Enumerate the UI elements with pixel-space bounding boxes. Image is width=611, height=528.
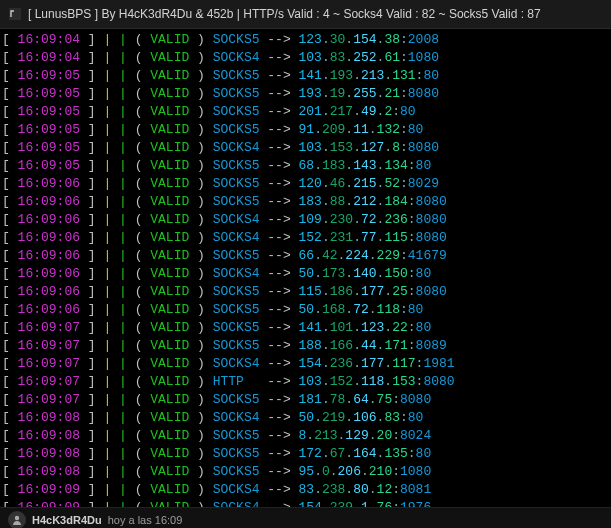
valid-badge: VALID [150, 446, 189, 461]
protocol: SOCKS5 [213, 428, 260, 443]
valid-badge: VALID [150, 266, 189, 281]
timestamp: 16:09:08 [18, 428, 80, 443]
port: 1981 [423, 356, 454, 371]
svg-point-1 [15, 516, 19, 520]
log-line: [ 16:09:05 ] | | ( VALID ) SOCKS4 --> 10… [2, 139, 611, 157]
status-bar: H4cK3dR4Du hoy a las 16:09 [0, 507, 611, 528]
port: 80 [408, 122, 424, 137]
port: 8080 [423, 374, 454, 389]
timestamp: 16:09:04 [18, 32, 80, 47]
port: 8029 [408, 176, 439, 191]
valid-badge: VALID [150, 284, 189, 299]
valid-badge: VALID [150, 50, 189, 65]
protocol: SOCKS5 [213, 176, 260, 191]
timestamp: 16:09:06 [18, 176, 80, 191]
log-line: [ 16:09:04 ] | | ( VALID ) SOCKS5 --> 12… [2, 31, 611, 49]
timestamp: 16:09:07 [18, 338, 80, 353]
valid-badge: VALID [150, 104, 189, 119]
valid-badge: VALID [150, 194, 189, 209]
timestamp: 16:09:05 [18, 158, 80, 173]
timestamp: 16:09:05 [18, 68, 80, 83]
timestamp: 16:09:06 [18, 194, 80, 209]
log-line: [ 16:09:09 ] | | ( VALID ) SOCKS4 --> 83… [2, 481, 611, 499]
log-line: [ 16:09:06 ] | | ( VALID ) SOCKS4 --> 10… [2, 211, 611, 229]
status-name: H4cK3dR4Du [32, 511, 102, 528]
port: 2008 [408, 32, 439, 47]
protocol: SOCKS5 [213, 104, 260, 119]
protocol: SOCKS5 [213, 464, 260, 479]
port: 80 [408, 302, 424, 317]
log-line: [ 16:09:09 ] | | ( VALID ) SOCKS4 --> 15… [2, 499, 611, 507]
protocol: SOCKS5 [213, 338, 260, 353]
window: [ LunusBPS ] By H4cK3dR4Du & 452b | HTTP… [0, 0, 611, 528]
timestamp: 16:09:06 [18, 302, 80, 317]
log-line: [ 16:09:08 ] | | ( VALID ) SOCKS5 --> 17… [2, 445, 611, 463]
port: 8089 [416, 338, 447, 353]
protocol: SOCKS5 [213, 194, 260, 209]
log-line: [ 16:09:05 ] | | ( VALID ) SOCKS5 --> 91… [2, 121, 611, 139]
valid-badge: VALID [150, 356, 189, 371]
log-line: [ 16:09:07 ] | | ( VALID ) SOCKS5 --> 18… [2, 391, 611, 409]
port: 80 [408, 410, 424, 425]
status-time: hoy a las 16:09 [108, 511, 183, 528]
port: 8080 [408, 86, 439, 101]
port: 8080 [416, 284, 447, 299]
timestamp: 16:09:06 [18, 248, 80, 263]
protocol: SOCKS4 [213, 212, 260, 227]
timestamp: 16:09:06 [18, 284, 80, 299]
timestamp: 16:09:05 [18, 104, 80, 119]
port: 80 [416, 320, 432, 335]
protocol: SOCKS4 [213, 356, 260, 371]
protocol: SOCKS4 [213, 140, 260, 155]
valid-badge: VALID [150, 248, 189, 263]
protocol: SOCKS5 [213, 158, 260, 173]
protocol: SOCKS4 [213, 266, 260, 281]
log-line: [ 16:09:04 ] | | ( VALID ) SOCKS4 --> 10… [2, 49, 611, 67]
log-line: [ 16:09:07 ] | | ( VALID ) SOCKS5 --> 18… [2, 337, 611, 355]
protocol: SOCKS5 [213, 392, 260, 407]
protocol: SOCKS5 [213, 32, 260, 47]
timestamp: 16:09:07 [18, 356, 80, 371]
timestamp: 16:09:07 [18, 392, 80, 407]
protocol: SOCKS5 [213, 68, 260, 83]
valid-badge: VALID [150, 212, 189, 227]
port: 1976 [400, 500, 431, 507]
timestamp: 16:09:07 [18, 374, 80, 389]
protocol: SOCKS4 [213, 500, 260, 507]
valid-badge: VALID [150, 68, 189, 83]
timestamp: 16:09:05 [18, 86, 80, 101]
terminal-output[interactable]: [ 16:09:04 ] | | ( VALID ) SOCKS5 --> 12… [0, 29, 611, 507]
log-line: [ 16:09:05 ] | | ( VALID ) SOCKS5 --> 68… [2, 157, 611, 175]
valid-badge: VALID [150, 428, 189, 443]
valid-badge: VALID [150, 140, 189, 155]
port: 8024 [400, 428, 431, 443]
titlebar[interactable]: [ LunusBPS ] By H4cK3dR4Du & 452b | HTTP… [0, 0, 611, 29]
port: 80 [423, 68, 439, 83]
valid-badge: VALID [150, 392, 189, 407]
protocol: SOCKS5 [213, 122, 260, 137]
protocol: SOCKS5 [213, 302, 260, 317]
timestamp: 16:09:06 [18, 266, 80, 281]
valid-badge: VALID [150, 338, 189, 353]
port: 80 [416, 446, 432, 461]
port: 8080 [416, 194, 447, 209]
port: 80 [416, 158, 432, 173]
window-title: [ LunusBPS ] By H4cK3dR4Du & 452b | HTTP… [28, 5, 541, 23]
log-line: [ 16:09:05 ] | | ( VALID ) SOCKS5 --> 14… [2, 67, 611, 85]
protocol: SOCKS4 [213, 230, 260, 245]
log-line: [ 16:09:07 ] | | ( VALID ) HTTP --> 103.… [2, 373, 611, 391]
protocol: SOCKS5 [213, 248, 260, 263]
log-line: [ 16:09:06 ] | | ( VALID ) SOCKS5 --> 18… [2, 193, 611, 211]
protocol: SOCKS4 [213, 482, 260, 497]
port: 80 [416, 266, 432, 281]
valid-badge: VALID [150, 302, 189, 317]
protocol: SOCKS5 [213, 86, 260, 101]
protocol: HTTP [213, 374, 260, 389]
log-line: [ 16:09:05 ] | | ( VALID ) SOCKS5 --> 20… [2, 103, 611, 121]
log-line: [ 16:09:06 ] | | ( VALID ) SOCKS4 --> 50… [2, 265, 611, 283]
port: 8081 [400, 482, 431, 497]
valid-badge: VALID [150, 32, 189, 47]
valid-badge: VALID [150, 410, 189, 425]
protocol: SOCKS5 [213, 446, 260, 461]
log-line: [ 16:09:06 ] | | ( VALID ) SOCKS5 --> 50… [2, 301, 611, 319]
